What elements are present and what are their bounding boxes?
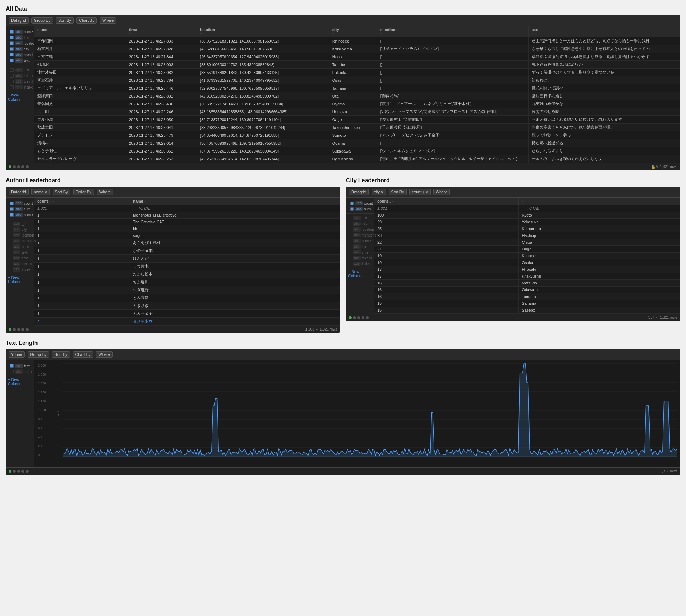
cell-mentions: ['ウィルヘルムシュミットポン'] xyxy=(377,147,528,155)
city-new-column-btn[interactable]: + New Column xyxy=(346,268,374,279)
author-new-column-btn[interactable]: + New Column xyxy=(6,274,34,285)
new-column-btn[interactable]: + New Column xyxy=(6,91,34,103)
author-col-city[interactable]: abccity xyxy=(8,227,32,232)
city-datagrid-tag[interactable]: Datagrid xyxy=(349,189,369,195)
col-tokens[interactable]: abctokens xyxy=(8,73,32,79)
author-col-sum[interactable]: abcsum xyxy=(8,206,32,212)
chart-chartby-tag[interactable]: Chart By xyxy=(73,351,93,358)
cell-city: Fukuoka xyxy=(329,69,377,76)
author-name-tag[interactable]: name × xyxy=(31,189,50,195)
col-count[interactable]: 123count xyxy=(8,79,32,84)
cell-text: 疲労の淡せる時 xyxy=(528,108,680,116)
chart-new-column-btn[interactable]: + New Column xyxy=(6,376,34,387)
cell-location: [37.07759626150226, 140.28204690004249] xyxy=(197,147,329,155)
col-text[interactable]: abctext xyxy=(8,58,32,63)
author-col-name2[interactable]: abcname xyxy=(8,244,32,249)
author-col-mentions[interactable]: abcmentions xyxy=(8,238,32,244)
author-col-index[interactable]: 123index xyxy=(8,267,32,272)
list-item: 1つぎ鹿野 xyxy=(34,286,340,294)
cell-location: [33.55191888201842, 130.42930995433125] xyxy=(197,69,329,76)
city-status-dots xyxy=(349,316,369,319)
city-count-cell: 23 xyxy=(374,232,519,239)
chart-col-index[interactable]: abcindex xyxy=(8,369,32,374)
author-th-name[interactable]: name ≡ xyxy=(130,198,340,205)
city-col-sum[interactable]: abcsum xyxy=(348,206,372,212)
chart-datagrid-tag[interactable]: Y Line xyxy=(9,351,25,358)
col-time[interactable]: abctime xyxy=(8,35,32,40)
text-length-section: Text Length Y Line Group By Sort By Char… xyxy=(6,340,680,475)
city-col-location[interactable]: abclocation xyxy=(348,227,372,232)
author-leaderboard-title: Author Leaderboard xyxy=(6,177,340,184)
where-tag[interactable]: Where xyxy=(100,17,116,24)
city-col-name[interactable]: abcname xyxy=(348,238,372,244)
city-col-city[interactable]: abccity xyxy=(348,221,372,227)
col-location[interactable]: abclocation xyxy=(8,40,32,46)
author-name-cell: たかし松本 xyxy=(130,270,340,278)
col-name[interactable]: abcname xyxy=(8,29,32,35)
th-time[interactable]: time≡ xyxy=(126,26,197,37)
city-col-time[interactable]: abctime xyxy=(348,249,372,255)
col-mentions[interactable]: abcmentions xyxy=(8,52,32,58)
city-th-city[interactable]: ≡ xyxy=(519,198,680,205)
city-col-mentions[interactable]: abcmentions xyxy=(348,232,372,238)
city-city-tag[interactable]: city × xyxy=(372,189,386,195)
groupby-tag[interactable]: Group By xyxy=(31,17,53,24)
th-city[interactable]: city≡ xyxy=(329,26,377,37)
city-th-count[interactable]: count ↓ ≡ xyxy=(374,198,519,205)
city-col-id[interactable]: 123_id xyxy=(348,215,372,221)
cell-city: Ogifushicho xyxy=(329,155,377,163)
author-table: count ↓ ≡ name ≡ 1,321— TOTAL1Morishous … xyxy=(34,198,340,326)
chart-sortby-tag[interactable]: Sort By xyxy=(52,351,70,358)
sortby-tag[interactable]: Sort By xyxy=(56,17,74,24)
chart-where-tag[interactable]: Where xyxy=(96,351,112,358)
city-where-tag[interactable]: Where xyxy=(433,189,450,195)
author-count-cell: 1 xyxy=(34,219,130,225)
th-mentions[interactable]: mentions≡ xyxy=(377,26,528,37)
th-location[interactable]: location≡ xyxy=(197,26,329,37)
city-col-text[interactable]: abctext xyxy=(348,244,372,249)
cell-time: 2023-11-27 18:46:30.352 xyxy=(126,147,197,155)
author-col-id[interactable]: 123_id xyxy=(8,221,32,227)
y-label-200: 200 xyxy=(38,444,46,448)
table-row: 展夏小澤2023-11-27 18:46:28.050[32.713871200… xyxy=(34,116,680,124)
author-sortby-tag[interactable]: Sort By xyxy=(53,189,70,195)
city-status: 337 ← 1,321 rows xyxy=(346,314,680,321)
th-name[interactable]: name≡ xyxy=(34,26,126,37)
table-row: 秋成土田2023-11-27 18:46:28.041[33.298235905… xyxy=(34,124,680,131)
datagrid-tag[interactable]: Datagrid xyxy=(9,17,29,24)
author-count-cell: 1 xyxy=(34,212,130,219)
list-item: 1けんとだ xyxy=(34,255,340,263)
city-col-tokens[interactable]: abctokens xyxy=(348,255,372,261)
edit-icon[interactable]: ✎ xyxy=(656,165,659,169)
author-col-text[interactable]: abctext xyxy=(8,249,32,255)
city-col-count[interactable]: 123count xyxy=(348,200,372,206)
cell-name: 津世才矢田 xyxy=(34,69,126,76)
author-col-tokens[interactable]: abctokens xyxy=(8,261,32,267)
author-col-location[interactable]: abclocation xyxy=(8,232,32,238)
author-count-cell: 2 xyxy=(34,318,130,326)
chart-groupby-tag[interactable]: Group By xyxy=(28,351,49,358)
chart-col-text[interactable]: 123text xyxy=(8,363,32,369)
city-table-wrap: count ↓ ≡ ≡ 1,321— TOTAL109Kyoto29Yokosu… xyxy=(374,198,680,314)
author-datagrid-tag[interactable]: Datagrid xyxy=(9,189,29,195)
author-orderby-tag[interactable]: Order By xyxy=(73,189,94,195)
chart-col-sidebar: 123text abcindex + New Column xyxy=(6,360,34,467)
col-index[interactable]: 123index xyxy=(8,84,32,90)
city-dot-green xyxy=(349,316,352,319)
author-col-time[interactable]: abctime xyxy=(8,255,32,261)
city-name-cell: Chiba xyxy=(519,239,680,246)
author-th-count[interactable]: count ↓ ≡ xyxy=(34,198,130,205)
city-count-cell: 19 xyxy=(374,259,519,266)
table-row: 津世才矢田2023-11-27 18:46:28.082[33.55191888… xyxy=(34,69,680,76)
col-city[interactable]: abccity xyxy=(8,46,32,52)
city-count-tag[interactable]: count ↓ × xyxy=(409,189,431,195)
author-col-name[interactable]: abcname xyxy=(8,212,32,218)
city-sortby-tag[interactable]: Sort By xyxy=(389,189,407,195)
chartby-tag[interactable]: Chart By xyxy=(76,17,97,24)
author-where-tag[interactable]: Where xyxy=(97,189,113,195)
th-text[interactable]: text≡ xyxy=(528,26,680,37)
author-col-count[interactable]: 123count xyxy=(8,200,32,206)
cell-mentions: [] xyxy=(377,76,528,84)
col-id[interactable]: 123_id xyxy=(8,67,32,73)
city-col-index[interactable]: 123index xyxy=(348,261,372,267)
